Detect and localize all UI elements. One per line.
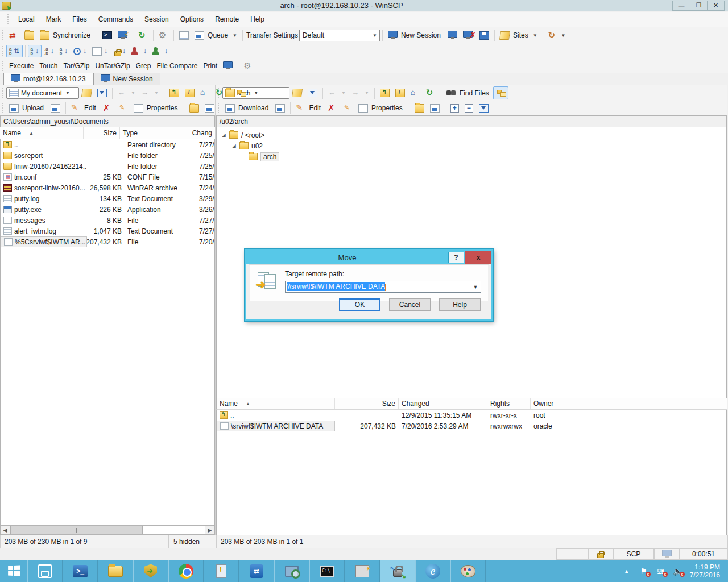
customize-gear-icon[interactable]: [241, 60, 256, 73]
taskbar-clock[interactable]: 1:19 PM 7/27/2016: [690, 563, 722, 579]
local-root-directory-icon[interactable]: [182, 86, 197, 99]
taskbar-security-app[interactable]: [133, 560, 168, 582]
queue-button[interactable]: Queue▼: [192, 29, 240, 42]
file-row[interactable]: tm.conf25 KBCONF File7/15/: [1, 172, 214, 182]
remote-home-icon[interactable]: [408, 86, 423, 99]
synchronize-browsing-icon[interactable]: [22, 29, 37, 42]
tree-expander-icon[interactable]: ◢: [221, 132, 226, 138]
synchronize-button[interactable]: Synchronize: [37, 29, 94, 42]
local-edit-button[interactable]: Edit: [68, 102, 100, 115]
sort-size-icon[interactable]: ab↓: [57, 45, 71, 57]
tree-expander-icon[interactable]: ◢: [231, 143, 237, 148]
close-session-icon[interactable]: [460, 29, 477, 42]
synchronize-dropdown-icon[interactable]: ▼: [545, 29, 569, 42]
sites-button[interactable]: Sites▼: [497, 29, 540, 42]
dialog-help-icon[interactable]: ?: [448, 252, 464, 263]
restore-button[interactable]: ❐: [690, 1, 707, 10]
local-home-icon[interactable]: [197, 86, 213, 99]
open-terminal-icon[interactable]: [100, 29, 115, 41]
tree-item-root[interactable]: ◢ / <root>: [217, 130, 726, 140]
remote-root-directory-icon[interactable]: [392, 86, 408, 99]
download-button[interactable]: Download: [222, 102, 272, 115]
console-command-icon[interactable]: [115, 29, 130, 42]
remote-open-directory-icon[interactable]: [289, 86, 305, 99]
menu-options[interactable]: Options: [175, 13, 209, 26]
target-path-combobox[interactable]: \\srviw\f$\IWTM ARCHIVE DATA ▼: [285, 281, 481, 293]
menu-commands[interactable]: Commands: [93, 13, 138, 26]
local-column-type[interactable]: Type: [120, 127, 189, 139]
menu-session[interactable]: Session: [139, 13, 174, 26]
local-filter-icon[interactable]: [94, 86, 110, 99]
chevron-down-icon[interactable]: ▼: [370, 30, 379, 41]
remote-column-rights[interactable]: Rights: [487, 398, 531, 409]
remote-parent-directory-icon[interactable]: [377, 86, 392, 99]
remote-rename-icon[interactable]: [340, 102, 355, 115]
tree-item-arch[interactable]: arch: [217, 151, 726, 162]
tab-session-active[interactable]: root@192.168.10.23: [3, 73, 93, 85]
action-center-flag-icon[interactable]: ⚑x: [639, 567, 649, 576]
toolbar-grip[interactable]: [2, 103, 5, 113]
remote-select-plus-icon[interactable]: [448, 102, 462, 115]
file-compare-button[interactable]: File Compare: [154, 60, 200, 72]
remote-column-changed[interactable]: Changed: [399, 398, 487, 409]
remote-forward-icon[interactable]: ▼: [349, 86, 372, 99]
remote-column-size[interactable]: Size: [335, 398, 399, 409]
toolbar-grip[interactable]: [2, 88, 5, 98]
remote-monitor-icon[interactable]: [220, 60, 235, 72]
remote-tree-toggle-icon[interactable]: [493, 86, 508, 99]
menu-remote[interactable]: Remote: [210, 13, 244, 26]
taskbar-teamviewer[interactable]: ⇄: [239, 560, 274, 582]
tar-gzip-button[interactable]: Tar/GZip: [60, 60, 92, 72]
toolbar-grip[interactable]: [2, 46, 5, 56]
upload-button[interactable]: Upload: [6, 102, 48, 115]
local-open-directory-icon[interactable]: [79, 86, 94, 99]
taskbar-internet-explorer[interactable]: e: [415, 560, 450, 582]
taskbar-command-prompt[interactable]: C:\_: [309, 560, 345, 582]
sort-owner-icon[interactable]: ↓: [129, 45, 150, 58]
sort-rights-icon[interactable]: ↓: [110, 45, 129, 57]
transfer-settings-combo[interactable]: Default ▼: [299, 30, 380, 41]
local-column-changed[interactable]: Chang: [189, 127, 215, 139]
remote-directory-selector[interactable]: arch▼: [222, 87, 289, 99]
menu-help[interactable]: Help: [245, 13, 270, 26]
local-horizontal-scrollbar[interactable]: ◀ ▶: [0, 525, 215, 535]
remote-select-minus-icon[interactable]: [462, 102, 476, 115]
scroll-left-icon[interactable]: ◀: [1, 526, 10, 534]
remote-back-icon[interactable]: ▼: [325, 86, 349, 99]
file-row[interactable]: ..Parent directory7/27/: [1, 139, 214, 150]
local-forward-icon[interactable]: ▼: [138, 86, 162, 99]
taskbar-winscp-active[interactable]: ↖↘: [380, 560, 415, 582]
close-button[interactable]: ✕: [707, 1, 724, 10]
tab-new-session[interactable]: New Session: [93, 73, 160, 85]
preferences-icon[interactable]: [156, 29, 171, 42]
remote-new-folder-icon[interactable]: [412, 102, 427, 115]
taskbar-monitor-search[interactable]: [274, 560, 309, 582]
encryption-lock-icon[interactable]: [588, 548, 613, 560]
connection-icon[interactable]: [654, 548, 679, 560]
file-row[interactable]: alert_iwtm.log1,047 KBText Document7/27/: [1, 226, 214, 236]
sort-type-icon[interactable]: ↓: [89, 45, 110, 58]
menu-files[interactable]: Files: [67, 13, 92, 26]
taskbar-notes-app[interactable]: [204, 560, 239, 582]
remote-delete-icon[interactable]: [325, 102, 340, 115]
remote-column-owner[interactable]: Owner: [531, 398, 727, 409]
remote-refresh-icon[interactable]: [423, 86, 439, 99]
find-files-button[interactable]: Find Files: [444, 86, 493, 99]
untar-gzip-button[interactable]: UnTar/GZip: [92, 60, 133, 72]
sort-both-icon[interactable]: ab⇅: [6, 45, 23, 57]
refresh-icon[interactable]: [135, 29, 151, 42]
save-session-icon[interactable]: [477, 29, 492, 42]
sort-name-icon[interactable]: ab↓: [28, 45, 42, 57]
remote-new-file-icon[interactable]: [427, 102, 442, 115]
file-row[interactable]: sosreportFile folder7/25/: [1, 150, 214, 161]
menu-mark[interactable]: Mark: [41, 13, 67, 26]
show-hidden-icons[interactable]: ▲: [622, 568, 632, 574]
cancel-button[interactable]: Cancel: [389, 298, 431, 311]
remote-properties-button[interactable]: Properties: [355, 102, 407, 115]
remote-filter-icon[interactable]: [305, 86, 320, 99]
taskbar-file-explorer[interactable]: [98, 560, 133, 582]
upload-background-icon[interactable]: [48, 102, 63, 115]
local-column-name[interactable]: Name▲: [0, 127, 84, 139]
duplicate-session-icon[interactable]: [445, 30, 460, 41]
toolbar-grip[interactable]: [2, 61, 5, 71]
